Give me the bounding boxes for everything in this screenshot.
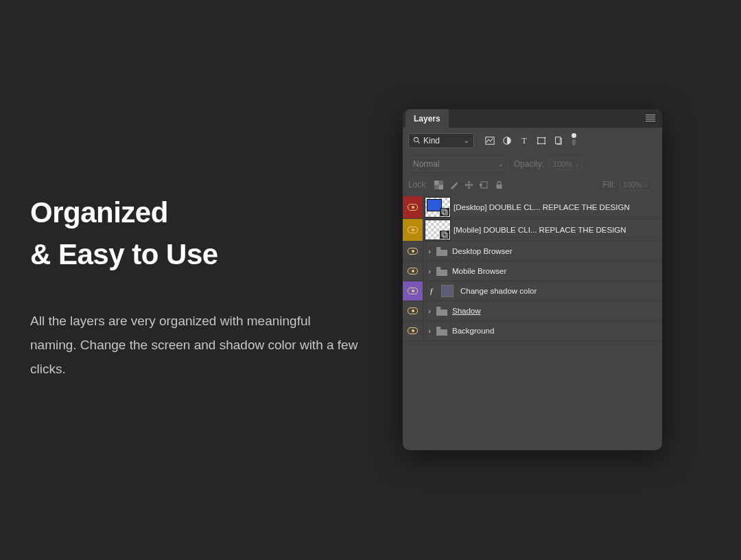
layer-name: Change shadow color	[460, 287, 662, 295]
svg-rect-8	[537, 143, 539, 145]
layers-panel: Layers Kind ⌄ T	[403, 109, 662, 450]
layer-name: Mobile Browser	[452, 267, 662, 275]
lock-label: Lock:	[408, 180, 428, 189]
blend-row: Normal ⌄ Opacity: 100% ⌄	[403, 154, 662, 174]
lock-row: Lock: Fill: 100% ⌄	[403, 174, 662, 195]
eye-icon	[408, 288, 418, 294]
visibility-toggle[interactable]	[403, 242, 423, 261]
svg-rect-19	[442, 232, 446, 236]
folder-icon	[436, 247, 448, 256]
folder-icon	[436, 327, 448, 336]
visibility-toggle[interactable]	[403, 219, 423, 241]
layer-row-desktop-smartobject[interactable]: [Desktop] DOUBLE CL... REPLACE THE DESIG…	[403, 196, 662, 219]
eye-icon	[408, 226, 418, 233]
filter-row: Kind ⌄ T	[403, 128, 662, 154]
visibility-toggle[interactable]	[403, 281, 423, 301]
filter-smartobject-icon[interactable]	[554, 136, 563, 145]
chevron-down-icon: ⌄	[464, 137, 469, 144]
heading-line-2: & Easy to Use	[30, 238, 218, 270]
search-icon	[413, 137, 421, 145]
filter-pixel-icon[interactable]	[485, 136, 495, 145]
tab-layers[interactable]: Layers	[405, 109, 449, 128]
svg-point-0	[414, 137, 418, 141]
lock-all-icon[interactable]	[495, 180, 504, 189]
filter-adjustment-icon[interactable]	[502, 136, 512, 145]
filter-type-icons: T	[485, 136, 576, 145]
color-swatch[interactable]	[441, 285, 454, 297]
svg-rect-12	[434, 180, 439, 185]
lock-artboard-icon[interactable]	[480, 180, 489, 189]
svg-line-1	[418, 141, 420, 143]
folder-icon	[436, 307, 448, 316]
lock-position-icon[interactable]	[464, 180, 473, 189]
lock-paint-icon[interactable]	[449, 180, 458, 189]
svg-rect-18	[443, 211, 447, 215]
fill-value: 100%	[623, 180, 642, 189]
opacity-label: Opacity:	[514, 159, 544, 169]
folder-icon	[436, 267, 448, 276]
layer-name: Background	[452, 327, 662, 335]
fill-label: Fill:	[602, 180, 615, 189]
layer-name: Desktop Browser	[452, 247, 662, 255]
chevron-down-icon: ⌄	[574, 161, 579, 167]
chevron-down-icon: ⌄	[644, 182, 649, 188]
svg-rect-7	[544, 137, 545, 139]
layer-thumbnail[interactable]	[425, 197, 451, 218]
eye-icon	[408, 204, 418, 211]
svg-rect-10	[556, 137, 561, 144]
filter-shape-icon[interactable]	[537, 136, 546, 145]
filter-toggle-icon[interactable]	[571, 136, 576, 145]
filter-kind-label: Kind	[423, 136, 440, 145]
expand-arrow-icon[interactable]: ›	[425, 247, 434, 255]
layer-row-mobile-browser-group[interactable]: › Mobile Browser	[403, 261, 662, 281]
panel-menu-icon[interactable]	[646, 115, 655, 121]
promo-heading: Organized & Easy to Use	[30, 192, 360, 276]
blend-mode-dropdown[interactable]: Normal ⌄	[408, 157, 508, 171]
layer-name: [Desktop] DOUBLE CL... REPLACE THE DESIG…	[454, 203, 658, 211]
svg-rect-20	[443, 233, 447, 237]
layer-thumbnail[interactable]	[425, 220, 451, 240]
opacity-value: 100%	[553, 160, 572, 168]
expand-arrow-icon[interactable]: ›	[425, 267, 434, 275]
eye-icon	[408, 268, 418, 275]
link-fx-icon: ƒ	[426, 285, 437, 296]
visibility-toggle[interactable]	[403, 321, 423, 340]
layer-name: Shadow	[452, 307, 662, 315]
filter-kind-dropdown[interactable]: Kind ⌄	[408, 133, 474, 148]
eye-icon	[408, 307, 418, 314]
layer-row-background-group[interactable]: › Background	[403, 321, 662, 341]
layer-name: [Mobile] DOUBLE CLI... REPLACE THE DESIG…	[454, 226, 658, 234]
visibility-toggle[interactable]	[403, 301, 423, 320]
smartobject-badge-icon	[440, 208, 449, 216]
eye-icon	[408, 327, 418, 334]
blend-mode-value: Normal	[413, 159, 440, 169]
promo-text-block: Organized & Easy to Use All the layers a…	[30, 192, 360, 381]
opacity-input[interactable]: 100% ⌄	[550, 158, 583, 170]
fill-input[interactable]: 100% ⌄	[620, 178, 652, 191]
panel-tabbar: Layers	[403, 109, 662, 128]
svg-rect-15	[480, 184, 482, 186]
expand-arrow-icon[interactable]: ›	[425, 307, 434, 315]
smartobject-badge-icon	[440, 231, 449, 239]
svg-rect-6	[537, 137, 539, 139]
expand-arrow-icon[interactable]: ›	[425, 327, 434, 335]
svg-rect-9	[544, 143, 545, 145]
layer-row-mobile-smartobject[interactable]: [Mobile] DOUBLE CLI... REPLACE THE DESIG…	[403, 219, 662, 242]
chevron-down-icon: ⌄	[498, 161, 504, 167]
filter-type-icon[interactable]: T	[519, 136, 529, 145]
svg-rect-5	[538, 138, 545, 144]
eye-icon	[408, 248, 418, 255]
svg-rect-17	[442, 209, 446, 213]
svg-rect-13	[438, 185, 443, 189]
svg-text:T: T	[521, 136, 527, 145]
lock-transparency-icon[interactable]	[434, 180, 443, 189]
layer-row-change-shadow-color[interactable]: ƒ Change shadow color	[403, 281, 662, 301]
promo-paragraph: All the layers are very organized with m…	[30, 309, 360, 381]
layer-row-desktop-browser-group[interactable]: › Desktop Browser	[403, 242, 662, 261]
visibility-toggle[interactable]	[403, 261, 423, 281]
layers-list: [Desktop] DOUBLE CL... REPLACE THE DESIG…	[403, 196, 662, 341]
heading-line-1: Organized	[30, 196, 168, 229]
layer-row-shadow-group[interactable]: › Shadow	[403, 301, 662, 321]
visibility-toggle[interactable]	[403, 196, 423, 218]
svg-rect-16	[496, 185, 502, 189]
